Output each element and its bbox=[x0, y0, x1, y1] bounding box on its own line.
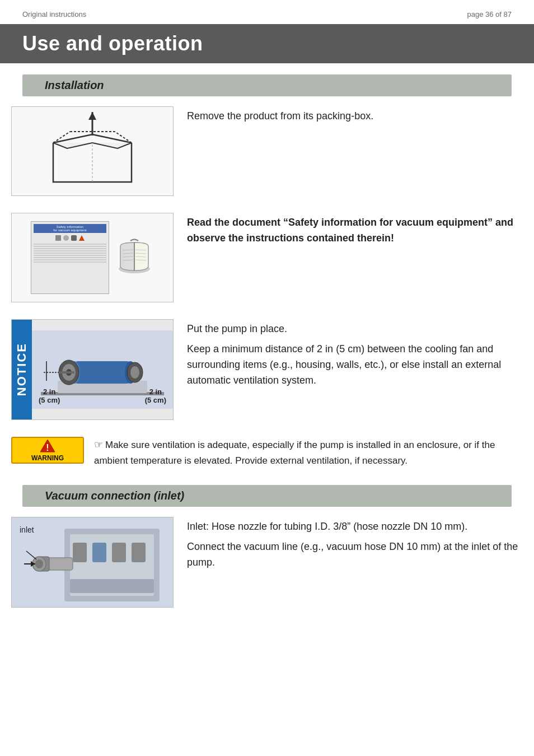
inlet-label: inlet bbox=[20, 525, 34, 534]
unbox-instruction: Remove the product from its packing-box. bbox=[187, 109, 523, 124]
svg-point-30 bbox=[130, 366, 139, 379]
step-inlet: inlet Inlet: Hose nozzle for tubing I.D.… bbox=[11, 517, 523, 608]
finger-icon: ☞ bbox=[94, 437, 103, 453]
pump-image: NOTICE bbox=[11, 319, 174, 420]
doc-icon3 bbox=[71, 235, 77, 241]
doc-line4 bbox=[34, 250, 106, 251]
doc-line6 bbox=[34, 255, 106, 256]
inlet-image: inlet bbox=[11, 517, 174, 608]
inlet-instruction-2: Connect the vacuum line (e.g., vacuum ho… bbox=[187, 539, 523, 571]
step-unbox: Remove the product from its packing-box. bbox=[11, 106, 523, 196]
step-safety-doc: Safety informationfor vacuum equipment bbox=[11, 213, 523, 302]
doc-line9 bbox=[34, 262, 106, 263]
doc-line1 bbox=[34, 244, 106, 245]
svg-rect-39 bbox=[112, 543, 126, 562]
safety-doc-placeholder: Safety informationfor vacuum equipment bbox=[31, 221, 109, 294]
svg-rect-38 bbox=[92, 543, 106, 562]
vacuum-section-header: Vacuum connection (inlet) bbox=[22, 485, 512, 507]
doc-line3 bbox=[34, 248, 106, 249]
warning-label: WARNING bbox=[31, 454, 64, 462]
doc-line8 bbox=[34, 259, 106, 260]
notice-label-bar: NOTICE bbox=[12, 320, 32, 419]
notice-text: NOTICE bbox=[15, 343, 29, 396]
svg-marker-9 bbox=[79, 235, 85, 241]
doc-line5 bbox=[34, 253, 106, 254]
doc-icon2 bbox=[63, 235, 69, 241]
doc-line7 bbox=[34, 257, 106, 258]
content-area: Installation bbox=[0, 74, 534, 608]
original-instructions-label: Original instructions bbox=[22, 10, 86, 18]
inlet-text: Inlet: Hose nozzle for tubing I.D. 3/8” … bbox=[187, 517, 523, 575]
doc-icon1 bbox=[55, 235, 62, 241]
installation-section-header: Installation bbox=[22, 74, 512, 96]
pump-svg-area: 2 in (5 cm) 2 in (5 cm) bbox=[32, 330, 173, 409]
dim-right-top: 2 in bbox=[149, 388, 162, 396]
svg-rect-8 bbox=[71, 235, 77, 241]
pump-place-text: Put the pump in place. Keep a minimum di… bbox=[187, 319, 523, 393]
warning-row: ! WARNING ☞Make sure ventilation is adeq… bbox=[11, 437, 523, 468]
warning-message: Make sure ventilation is adequate, espec… bbox=[94, 440, 495, 466]
svg-rect-41 bbox=[70, 579, 154, 593]
svg-rect-6 bbox=[55, 235, 61, 241]
page-header: Original instructions page 36 of 87 bbox=[0, 0, 534, 24]
warning-text: ☞Make sure ventilation is adequate, espe… bbox=[94, 437, 523, 468]
doc-line2 bbox=[34, 246, 106, 247]
safety-doc-instruction: Read the document “Safety information fo… bbox=[187, 217, 513, 244]
pump-place-instruction-1: Put the pump in place. bbox=[187, 321, 523, 337]
safety-doc-text: Read the document “Safety information fo… bbox=[187, 213, 523, 251]
installation-title: Installation bbox=[45, 79, 489, 92]
inlet-svg bbox=[20, 517, 165, 607]
svg-point-45 bbox=[35, 559, 43, 568]
svg-marker-5 bbox=[88, 112, 96, 120]
svg-point-7 bbox=[63, 235, 69, 241]
unbox-image bbox=[11, 106, 174, 196]
page-info: page 36 of 87 bbox=[467, 10, 512, 18]
svg-rect-22 bbox=[74, 361, 130, 384]
box-svg bbox=[42, 112, 143, 190]
book-svg bbox=[115, 238, 154, 277]
step-pump-place: NOTICE bbox=[11, 319, 523, 420]
notice-image-wrapper: NOTICE bbox=[12, 320, 173, 419]
pump-place-instruction-2: Keep a minimum distance of 2 in (5 cm) b… bbox=[187, 342, 523, 389]
warning-triangle-icon: ! bbox=[39, 438, 56, 453]
safety-doc-image: Safety informationfor vacuum equipment bbox=[11, 213, 174, 302]
dim-left-bottom: (5 cm) bbox=[39, 396, 60, 404]
dim-left: 2 in (5 cm) bbox=[39, 388, 60, 404]
inlet-illustration: inlet bbox=[12, 517, 173, 607]
svg-rect-40 bbox=[132, 543, 146, 562]
doc-icons-row bbox=[55, 235, 85, 241]
main-title: Use and operation bbox=[22, 32, 512, 55]
inlet-instruction-1: Inlet: Hose nozzle for tubing I.D. 3/8” … bbox=[187, 519, 523, 535]
warning-badge: ! WARNING bbox=[11, 437, 84, 464]
safety-doc-wrapper: Safety informationfor vacuum equipment bbox=[12, 216, 173, 300]
dim-right-bottom: (5 cm) bbox=[145, 396, 166, 404]
dim-left-top: 2 in bbox=[43, 388, 55, 396]
main-title-bar: Use and operation bbox=[0, 24, 534, 63]
doc-header-bar: Safety informationfor vacuum equipment bbox=[34, 224, 106, 233]
svg-text:!: ! bbox=[46, 443, 49, 452]
unbox-text: Remove the product from its packing-box. bbox=[187, 106, 523, 129]
svg-line-48 bbox=[26, 551, 36, 559]
doc-icon4 bbox=[78, 235, 85, 241]
dim-right: 2 in (5 cm) bbox=[145, 388, 166, 404]
svg-rect-37 bbox=[73, 543, 87, 562]
vacuum-title: Vacuum connection (inlet) bbox=[45, 489, 489, 502]
